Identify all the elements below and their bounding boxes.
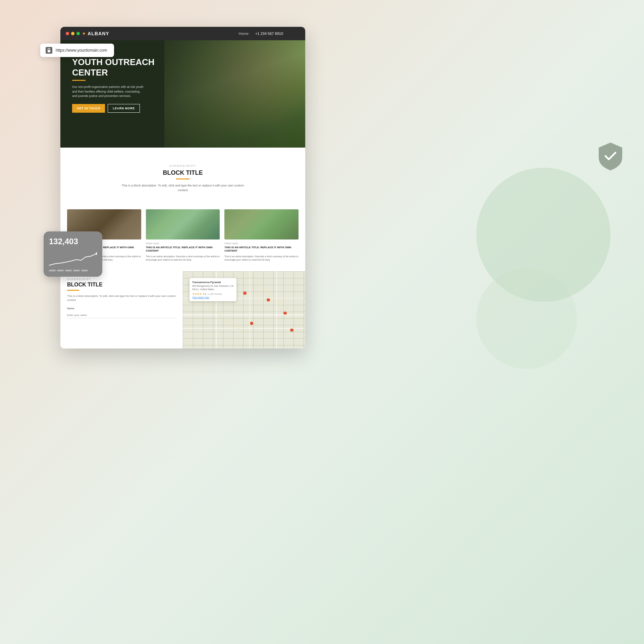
hero-underline [72, 80, 86, 81]
map-stars: ★★★★ [192, 292, 202, 296]
stats-number: 132,403 [49, 237, 97, 246]
block-title: BLOCK TITLE [67, 169, 299, 176]
block-section: SUPERSCRIPT BLOCK TITLE This is a block … [67, 158, 299, 206]
hero-buttons: GET IN TOUCH LEARN MORE [72, 104, 293, 113]
map-rating-row: ★★★★ 4.4 1,136 reviews [192, 292, 234, 296]
map-popup: Transamerica Pyramid 600 Montgomery St, … [190, 278, 236, 301]
contact-underline [67, 290, 79, 291]
browser-chrome: ♥ ALBANY Home +1 234 567 8910 [60, 27, 305, 40]
block-description: This is a block description. To edit, cl… [119, 183, 247, 193]
browser-window: ♥ ALBANY Home +1 234 567 8910 YOUTH OUTR… [60, 27, 305, 348]
article-card-3: Author name THIS IS AN ARTICLE TITLE. RE… [224, 209, 299, 261]
article-desc-2: This is an article description. Describe… [146, 255, 220, 262]
security-badge [597, 141, 624, 171]
hero-description: Our non-profit organization partners wit… [72, 85, 146, 99]
contact-superscript: SUPERSCRIPT [67, 278, 176, 280]
stats-chart [49, 250, 97, 267]
map-background: Transamerica Pyramid 600 Montgomery St, … [183, 271, 305, 348]
logo-text: ALBANY [88, 31, 109, 36]
article-image-3 [224, 209, 299, 239]
map-popup-title: Transamerica Pyramid [192, 281, 234, 284]
site-logo: ♥ ALBANY [83, 31, 109, 36]
map-section: Transamerica Pyramid 600 Montgomery St, … [183, 271, 305, 348]
svg-rect-0 [48, 50, 50, 52]
article-author-3: Author name [224, 242, 299, 245]
stats-widget: 132,403 [44, 231, 102, 277]
url-text: https://www.yourdomain.com [56, 48, 107, 53]
article-image-2 [146, 209, 220, 239]
block-superscript: SUPERSCRIPT [67, 164, 299, 167]
stats-dots [49, 270, 97, 271]
hero-title: YOUTH OUTREACH CENTER [72, 57, 293, 78]
heart-icon: ♥ [83, 31, 86, 36]
contact-description: This is a block description. To edit, cl… [67, 294, 176, 302]
bg-decoration-2 [476, 268, 577, 369]
form-name-field: Name [67, 307, 176, 318]
nav-home-link[interactable]: Home [239, 32, 249, 36]
map-rating: 4.4 [203, 293, 206, 295]
article-title-3: THIS IS AN ARTICLE TITLE. REPLACE IT WIT… [224, 246, 299, 253]
nav-phone: +1 234 567 8910 [255, 32, 283, 36]
map-reviews: 1,136 reviews [208, 293, 222, 295]
block-underline [176, 178, 190, 179]
map-popup-address: 600 Montgomery St, San Francisco, CA 941… [192, 284, 234, 291]
article-card-2: Author name THIS IS AN ARTICLE TITLE. RE… [146, 209, 220, 261]
lock-icon [46, 47, 52, 54]
article-desc-3: This is an article description. Describe… [224, 255, 299, 262]
bottom-section: SUPERSCRIPT BLOCK TITLE This is a block … [60, 271, 305, 348]
article-author-2: Author name [146, 242, 220, 245]
site-nav-links: Home +1 234 567 8910 [239, 32, 283, 36]
article-title-2: THIS IS AN ARTICLE TITLE. REPLACE IT WIT… [146, 246, 220, 253]
get-in-touch-button[interactable]: GET IN TOUCH [72, 104, 105, 113]
contact-title: BLOCK TITLE [67, 282, 176, 288]
name-label: Name [67, 307, 176, 310]
map-larger-link[interactable]: View larger map [192, 296, 234, 299]
name-input[interactable] [67, 312, 176, 318]
url-bar: https://www.yourdomain.com [40, 44, 114, 57]
contact-section: SUPERSCRIPT BLOCK TITLE This is a block … [60, 271, 183, 348]
svg-point-1 [96, 252, 97, 255]
learn-more-button[interactable]: LEARN MORE [108, 104, 140, 113]
